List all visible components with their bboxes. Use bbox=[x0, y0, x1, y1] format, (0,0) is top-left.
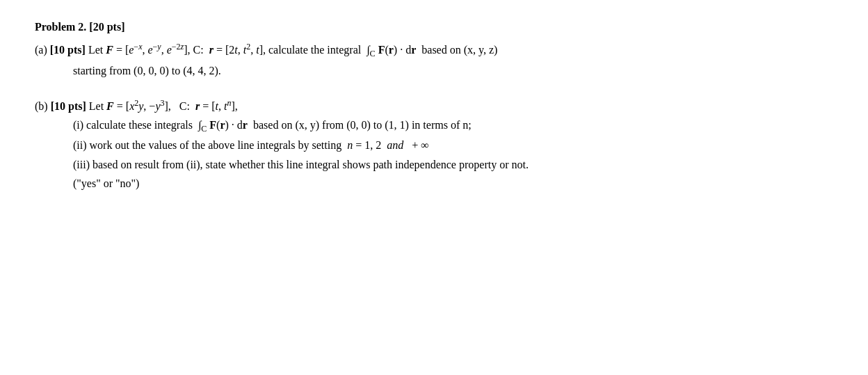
problem-title: Problem 2. [20 pts] bbox=[35, 21, 833, 33]
part-b-sub-iv-text: ("yes" or "no") bbox=[73, 177, 139, 189]
part-b-sub-i: (i) calculate these integrals ∫C F(r) · … bbox=[73, 115, 833, 136]
part-b-label: (b) bbox=[35, 100, 51, 112]
part-b: (b) [10 pts] Let F = [x2y, −y3], C: r = … bbox=[35, 97, 833, 193]
part-a: (a) [10 pts] Let F = [e−x, e−y, e−2z], C… bbox=[35, 40, 833, 80]
problem-container: Problem 2. [20 pts] (a) [10 pts] Let F =… bbox=[35, 21, 833, 193]
problem-title-text: Problem 2. [20 pts] bbox=[35, 21, 124, 33]
part-b-sub-i-text: (i) calculate these integrals ∫C F(r) · … bbox=[73, 119, 472, 131]
part-b-main: (b) [10 pts] Let F = [x2y, −y3], C: r = … bbox=[35, 97, 833, 115]
part-a-text: Let F = [e−x, e−y, e−2z], C: r = [2t, t2… bbox=[88, 44, 498, 56]
part-b-sub-iv: ("yes" or "no") bbox=[73, 174, 833, 193]
part-b-sub-iii: (iii) based on result from (ii), state w… bbox=[73, 155, 833, 174]
part-b-sub-iii-text: (iii) based on result from (ii), state w… bbox=[73, 159, 529, 170]
part-a-points: [10 pts] bbox=[50, 44, 86, 56]
part-b-sub-ii: (ii) work out the values of the above li… bbox=[73, 136, 833, 154]
part-b-sub-items: (i) calculate these integrals ∫C F(r) · … bbox=[73, 115, 833, 193]
part-b-sub-ii-text: (ii) work out the values of the above li… bbox=[73, 139, 429, 151]
part-a-line2: starting from (0, 0, 0) to (4, 4, 2). bbox=[73, 61, 833, 80]
part-b-text: Let F = [x2y, −y3], C: r = [t, tn], bbox=[89, 100, 238, 112]
part-b-points: [10 pts] bbox=[51, 100, 86, 112]
part-a-label: (a) bbox=[35, 44, 50, 56]
part-a-starting: starting from (0, 0, 0) to (4, 4, 2). bbox=[73, 65, 221, 77]
